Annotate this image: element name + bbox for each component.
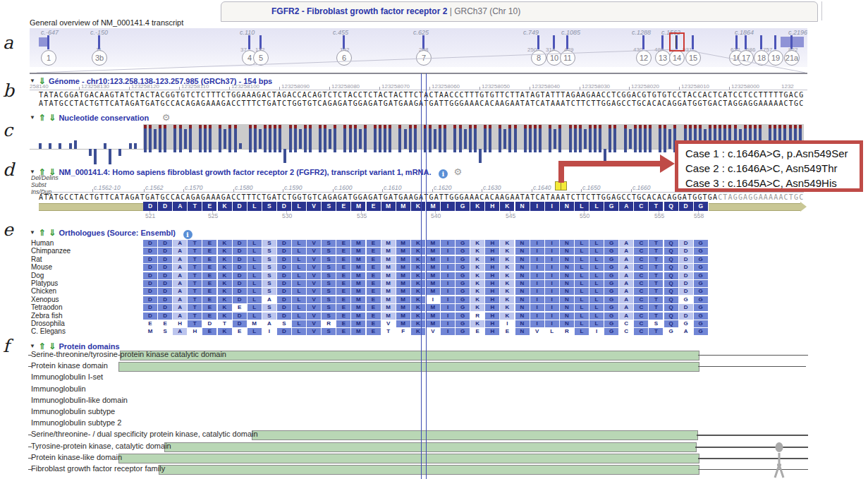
gear-icon[interactable]: ⚙ xyxy=(453,166,462,177)
ruler-tick xyxy=(679,87,680,90)
info-icon[interactable]: i xyxy=(439,169,448,178)
move-down-icon[interactable]: ⇓ xyxy=(49,113,56,123)
ortho-cell: S xyxy=(322,240,336,247)
base-letter: A xyxy=(272,193,276,201)
base-letter: A xyxy=(176,193,180,201)
ortho-cell: D xyxy=(158,313,172,320)
gear-icon[interactable]: ⚙ xyxy=(162,112,171,123)
base-letter: G xyxy=(692,193,697,201)
ortho-cell: M xyxy=(396,272,410,279)
ortho-cell: D xyxy=(679,304,693,311)
collapse-triangle-icon[interactable]: ▼ xyxy=(30,114,35,121)
conservation-bar xyxy=(409,125,412,152)
base-letter: T xyxy=(581,99,585,107)
ortho-cell: K xyxy=(218,296,232,303)
base-letter: T xyxy=(115,91,119,99)
cursor-line-right[interactable] xyxy=(426,73,427,479)
ortho-cell: I xyxy=(530,264,544,271)
ortho-cell: A xyxy=(262,296,276,303)
base-letter: T xyxy=(769,91,773,99)
base-letter: C xyxy=(358,91,362,99)
base-letter: C xyxy=(171,193,175,201)
base-letter: G xyxy=(384,193,388,201)
conservation-bar xyxy=(539,125,542,152)
info-icon[interactable]: i xyxy=(183,230,192,239)
base-letter: G xyxy=(748,99,752,107)
ortho-cell: V xyxy=(307,328,321,335)
ortho-cell: T xyxy=(188,256,202,263)
ortho-cell: S xyxy=(322,296,336,303)
ortho-cell: N xyxy=(560,296,574,303)
move-up-icon[interactable]: ⇑ xyxy=(38,113,45,123)
ortho-cell: I xyxy=(441,296,455,303)
ortho-cell: T xyxy=(381,328,396,335)
base-letter: T xyxy=(379,193,383,201)
conservation-bar xyxy=(74,140,77,149)
base-letter: T xyxy=(485,91,489,99)
domain-bar[interactable] xyxy=(252,430,698,440)
base-letter: A xyxy=(206,99,210,107)
base-letter: C xyxy=(718,91,722,99)
collapse-triangle-icon[interactable]: ▼ xyxy=(30,343,35,349)
genome-ruler-label: 123258130 xyxy=(81,83,109,90)
ortho-cell: G xyxy=(456,313,470,320)
ortho-cell: D xyxy=(158,280,172,287)
base-letter: G xyxy=(606,193,611,201)
domain-bar[interactable] xyxy=(159,465,699,475)
base-letter: G xyxy=(586,91,590,99)
ortho-cell: K xyxy=(500,264,514,271)
amino-acid-box: D xyxy=(233,202,247,211)
base-letter: A xyxy=(500,193,504,201)
ortho-cell: L xyxy=(247,288,262,295)
ruler-tick xyxy=(729,87,730,90)
figure-label-c: c xyxy=(3,120,13,140)
domain-bar[interactable] xyxy=(118,454,699,463)
ortho-cell: I xyxy=(545,280,559,287)
ortho-cell: S xyxy=(262,272,276,279)
base-letter: T xyxy=(439,193,444,201)
ortho-cell: D xyxy=(143,256,157,263)
base-letter: G xyxy=(368,193,372,201)
move-up-icon[interactable]: ⇑ xyxy=(38,228,45,238)
move-down-icon[interactable]: ⇓ xyxy=(49,228,56,238)
ortho-cell: I xyxy=(441,280,455,287)
domain-label: Serine-threonine/tyrosine-protein kinase… xyxy=(31,350,226,358)
base-letter: A xyxy=(104,91,109,99)
ortho-cell: H xyxy=(485,248,499,255)
aa-position-label: 521 xyxy=(145,212,155,219)
conservation-bar xyxy=(599,125,601,152)
ortho-cell: S xyxy=(262,313,276,320)
ortho-cell: G xyxy=(456,272,470,279)
domain-bar[interactable] xyxy=(164,442,697,452)
conservation-bar xyxy=(209,125,212,152)
amino-acid-box: K xyxy=(470,202,485,211)
base-letter: G xyxy=(753,99,757,107)
ortho-cell: G xyxy=(694,313,708,320)
base-letter: G xyxy=(181,91,185,99)
ortho-cell: S xyxy=(322,304,336,311)
amino-acid-box: N xyxy=(560,202,575,211)
ortho-cell: V xyxy=(530,328,544,335)
ortho-cell: S xyxy=(322,328,336,335)
base-letter: C xyxy=(606,91,611,99)
base-letter: T xyxy=(99,99,104,107)
base-letter: C xyxy=(69,193,73,201)
cursor-line-left[interactable] xyxy=(421,73,422,479)
ruler-tick xyxy=(144,189,145,192)
base-letter: T xyxy=(343,91,347,99)
ruler-tick xyxy=(482,189,482,192)
ortho-cell: D xyxy=(158,296,172,303)
ruler-tick xyxy=(279,87,280,90)
collapse-triangle-icon[interactable]: ▼ xyxy=(30,229,35,236)
conservation-bar xyxy=(173,125,176,152)
ortho-cell: L xyxy=(545,328,559,335)
base-letter: C xyxy=(236,193,240,201)
base-letter: A xyxy=(475,193,479,201)
conservation-bar xyxy=(304,125,307,152)
ortho-cell: A xyxy=(619,304,633,311)
base-letter: C xyxy=(59,91,63,99)
ortho-cell: I xyxy=(545,304,559,311)
domain-bar[interactable] xyxy=(118,362,699,372)
ortho-cell: G xyxy=(604,264,618,271)
conservation-bar xyxy=(634,125,637,152)
